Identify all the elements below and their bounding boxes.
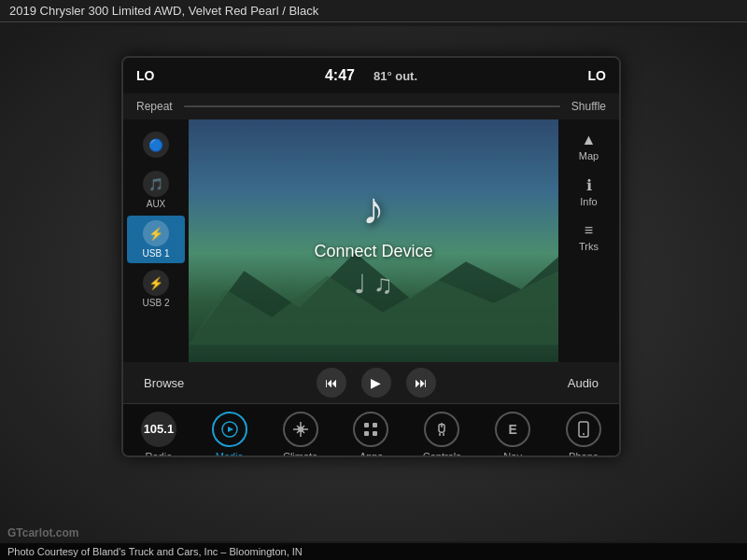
top-controls-bar: Repeat Shuffle <box>123 93 619 119</box>
controls-icon <box>424 412 459 447</box>
nav-media[interactable]: Media <box>202 412 258 458</box>
sidebar-usb1[interactable]: ⚡ USB 1 <box>127 216 185 263</box>
nav-phone[interactable]: Phone <box>556 412 612 458</box>
photo-credit-bar: Photo Courtesy of Bland's Truck and Cars… <box>0 543 747 560</box>
svg-marker-3 <box>228 427 233 432</box>
svg-rect-6 <box>373 423 377 427</box>
play-button[interactable]: ▶ <box>361 368 391 398</box>
aux-label: AUX <box>147 199 166 209</box>
play-area: ⏮ ▶ ⏭ <box>317 368 436 398</box>
center-display: ♪ Connect Device ♩ ♫ <box>189 119 558 362</box>
infotainment-screen: LO 4:47 81° out. LO Repeat Shuffle 🔵 🎵 A… <box>121 56 621 457</box>
apps-icon <box>353 412 388 447</box>
bluetooth-icon: 🔵 <box>143 132 169 158</box>
radio-label: Radio <box>146 451 173 458</box>
climate-icon <box>283 412 318 447</box>
gtcarlot-logo: GTcarlot.com <box>7 526 78 539</box>
nav-navigation[interactable]: E Nav <box>485 412 541 458</box>
svg-point-10 <box>583 433 585 435</box>
media-icon <box>212 412 247 447</box>
prev-button[interactable]: ⏮ <box>317 368 346 398</box>
lo-right: LO <box>588 68 606 83</box>
music-note-icon: ♪ <box>362 183 385 234</box>
svg-rect-8 <box>373 431 377 436</box>
nav-climate[interactable]: Climate <box>273 412 329 458</box>
nav-apps[interactable]: Apps <box>343 412 399 458</box>
temperature: 81° out. <box>374 69 417 83</box>
map-label: Map <box>579 150 599 161</box>
small-notes-icon: ♩ ♫ <box>354 269 393 300</box>
tracks-icon: ≡ <box>566 222 613 239</box>
apps-label: Apps <box>359 451 383 458</box>
next-button[interactable]: ⏭ <box>406 368 436 398</box>
progress-bar <box>184 105 560 107</box>
photo-credit-text: Photo Courtesy of Bland's Truck and Cars… <box>7 546 303 557</box>
info-label: Info <box>580 196 597 207</box>
phone-icon <box>566 412 601 447</box>
nav-letter: E <box>508 422 516 437</box>
media-label: Media <box>216 451 244 458</box>
sidebar-bluetooth[interactable]: 🔵 <box>127 127 185 164</box>
music-display: ♪ Connect Device ♩ ♫ <box>314 183 432 300</box>
sidebar-usb2[interactable]: ⚡ USB 2 <box>127 265 185 313</box>
page-title: 2019 Chrysler 300 Limited AWD, Velvet Re… <box>9 4 318 18</box>
radio-icon: 105.1 <box>141 412 176 447</box>
usb2-label: USB 2 <box>143 298 170 308</box>
playback-controls: Browse ⏮ ▶ ⏭ Audio <box>123 362 619 403</box>
connect-device-label: Connect Device <box>314 242 432 261</box>
tracks-button[interactable]: ≡ Trks <box>562 217 616 257</box>
browse-button[interactable]: Browse <box>136 372 191 394</box>
svg-rect-7 <box>364 431 369 436</box>
svg-point-4 <box>298 427 303 432</box>
svg-rect-5 <box>364 423 369 427</box>
left-sidebar: 🔵 🎵 AUX ⚡ USB 1 ⚡ USB 2 <box>123 119 189 362</box>
radio-frequency: 105.1 <box>144 423 175 435</box>
map-button[interactable]: ▲ Map <box>562 127 616 166</box>
nav-label: Nav <box>503 451 522 458</box>
info-button[interactable]: ℹ Info <box>562 172 616 212</box>
lo-left: LO <box>136 68 154 83</box>
bottom-nav: 105.1 Radio Media Climate <box>123 403 619 457</box>
center-status: 4:47 81° out. <box>325 67 417 84</box>
title-bar: 2019 Chrysler 300 Limited AWD, Velvet Re… <box>0 0 747 22</box>
usb1-icon: ⚡ <box>143 220 169 246</box>
clock: 4:47 <box>325 67 355 84</box>
aux-icon: 🎵 <box>143 171 169 197</box>
right-sidebar: ▲ Map ℹ Info ≡ Trks <box>558 119 619 362</box>
usb2-icon: ⚡ <box>143 270 169 296</box>
main-content: 🔵 🎵 AUX ⚡ USB 1 ⚡ USB 2 <box>123 119 619 362</box>
info-icon: ℹ <box>566 176 613 194</box>
logo-text: GTcarlot.com <box>7 526 78 539</box>
phone-label: Phone <box>569 451 599 458</box>
status-bar: LO 4:47 81° out. LO <box>123 58 619 93</box>
shuffle-button[interactable]: Shuffle <box>571 100 606 113</box>
climate-label: Climate <box>283 451 317 458</box>
map-icon: ▲ <box>566 132 613 148</box>
repeat-button[interactable]: Repeat <box>136 100 173 113</box>
usb1-label: USB 1 <box>143 248 170 259</box>
nav-radio[interactable]: 105.1 Radio <box>131 412 187 458</box>
nav-icon: E <box>495 412 530 447</box>
sidebar-aux[interactable]: 🎵 AUX <box>127 166 185 214</box>
tracks-label: Trks <box>579 241 599 252</box>
audio-button[interactable]: Audio <box>560 372 606 394</box>
nav-controls[interactable]: Controls <box>414 412 470 458</box>
controls-label: Controls <box>423 451 461 458</box>
